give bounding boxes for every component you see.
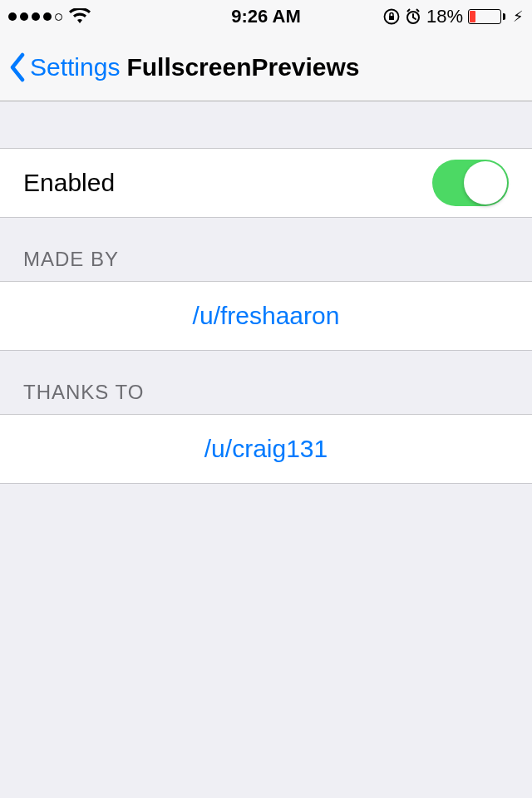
- nav-bar: Settings FullscreenPreviews: [0, 33, 532, 101]
- switch-knob: [464, 161, 507, 204]
- page-title: FullscreenPreviews: [126, 53, 359, 81]
- wifi-icon: [69, 8, 91, 25]
- thanks-to-link: /u/craig131: [204, 435, 328, 463]
- enabled-cell: Enabled: [0, 148, 532, 218]
- back-label: Settings: [30, 53, 120, 81]
- signal-strength-icon: [8, 12, 62, 21]
- orientation-lock-icon: [383, 8, 400, 25]
- charging-icon: ⚡︎: [513, 7, 524, 26]
- battery-icon: [468, 8, 506, 25]
- back-button[interactable]: Settings: [8, 52, 120, 82]
- chevron-left-icon: [8, 52, 27, 82]
- enabled-toggle[interactable]: [432, 160, 509, 206]
- status-bar: 9:26 AM 18% ⚡︎: [0, 0, 532, 33]
- battery-percentage: 18%: [426, 6, 463, 27]
- thanks-to-header: THANKS TO: [0, 351, 532, 414]
- section-gap: [0, 101, 532, 148]
- status-right: 18% ⚡︎: [383, 6, 524, 27]
- status-time: 9:26 AM: [231, 6, 301, 27]
- status-left: [8, 8, 91, 25]
- svg-rect-1: [389, 16, 394, 20]
- made-by-header: MADE BY: [0, 218, 532, 281]
- enabled-label: Enabled: [23, 169, 115, 197]
- made-by-link: /u/freshaaron: [193, 302, 340, 330]
- thanks-to-cell[interactable]: /u/craig131: [0, 414, 532, 484]
- alarm-icon: [405, 8, 421, 25]
- made-by-cell[interactable]: /u/freshaaron: [0, 281, 532, 351]
